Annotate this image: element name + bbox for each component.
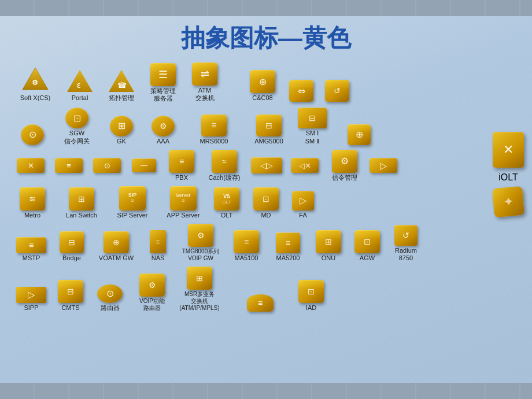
icon-item-cache: ≈ Cach(缓存) [201,149,247,183]
icon-item-flat4: — [126,157,162,173]
icon-item-voatm-gw: ⊕ VOATM GW [93,230,140,263]
icon-item-onu: ⊞ ONU [309,229,348,263]
icon-item-flat7: ▷ [365,157,401,174]
box-r2-icon: ⊕ [348,124,371,145]
agw-label: AGW [360,254,375,262]
flat5-icon: ◁▷ [251,157,282,173]
metro-icon: ≋ [20,187,45,210]
brick-border-bottom [0,383,532,399]
icon-item-msr: ⊞ MSR多业务 交换机 (ATM/IP/MPLS) [175,265,224,313]
icon-item-agw: ⊡ AGW [348,229,386,263]
r1-cube1-icon: ⇔ [289,80,313,102]
bridge-icon: ⊟ [60,231,84,253]
icon-item-tmg8000: ⚙ TMG8000系列 VOIP GW [176,223,226,263]
icon-item-metro: ≋ Metro [12,186,53,220]
icon-item-cmts: ⊟ CMTS [51,279,90,313]
cnc08-label: C&C08 [252,94,272,102]
icon-item-amg5000: ⊟ AMG5000 [246,113,291,146]
icon-item-flat2: ≡ [50,157,88,174]
icon-item-flat1: ✕ [12,157,50,174]
icon-item-portal: ε Portal [59,68,101,103]
r1-cube2-icon: ↺ [325,80,349,102]
sm-icon: ⊟ [298,108,327,128]
aaa-icon: ⚙ [152,116,175,136]
sgw-icon: ⊡ [65,108,88,128]
radium-label: Radium 8750 [395,247,417,262]
cmts-icon: ⊟ [58,280,83,303]
icon-row-1: ⚙ Soft X(CS) ε Portal ☎ 拓扑管理 [12,61,520,103]
msr-icon: ⊞ [187,267,212,290]
icon-item-sgw: ⊡ SGW 信令网关 [53,106,101,146]
flat6-icon: ◁✕ [291,158,319,173]
gk-icon: ⊞ [110,116,133,136]
aaa-label: AAA [157,138,169,145]
app-server-label: APP Server [167,212,200,219]
cache-icon: ≈ [212,150,237,173]
icon-item-bridge: ⊟ Bridge [51,230,93,263]
olt-icon: V5 OLT [214,187,239,210]
icon-item-iad: ⊡ IAD [291,279,331,313]
cmts-label: CMTS [61,304,79,312]
icon-item-topo: ☎ 拓扑管理 [101,68,142,103]
voatm-gw-icon: ⊕ [104,231,129,253]
circle1-icon: ⊙ [21,124,44,145]
voatm-gw-label: VOATM GW [99,254,134,262]
portal-label: Portal [72,94,88,102]
radium-icon: ↺ [394,225,418,246]
bridge-label: Bridge [62,254,81,262]
iolt-label: iOLT [498,172,518,183]
icon-item-cnc08: ⊕ C&C08 [242,69,283,103]
pbx-label: PBX [175,174,188,182]
flat4-icon: — [132,158,156,172]
voip-gw-label: VOIP功能 路由器 [139,298,165,312]
sigcmd-label: 信令管理 [332,174,357,182]
gk-label: GK [117,138,126,145]
crumpled-icon: ✦ [492,186,524,217]
brick-border-top [0,0,532,16]
svg-text:⚙: ⚙ [32,79,38,87]
router-icon: ⊙ [97,285,123,303]
icon-item-sipp: ▷ SIPP [12,286,51,313]
mstp-label: MSTP [23,254,40,262]
icon-item-router: ⊙ 路由器 [90,283,130,313]
icon-item-ma5200: ≡ MA5200 [267,231,309,263]
sm-label: SM Ⅰ SM Ⅱ [305,130,320,145]
agw-icon: ⊡ [354,230,380,253]
icon-item-sigcmd: ⚙ 信令管理 [324,149,365,183]
icon-item-mrs6000: ≡ MRS6000 [193,113,235,146]
sip-server-icon: SIP ≡ [119,186,146,210]
soft-x-icon: ⚙ [21,66,49,93]
cyl2-icon: ≡ [247,294,274,312]
amg5000-icon: ⊟ [256,114,282,136]
router-label: 路由器 [101,304,120,312]
soft-x-label: Soft X(CS) [20,94,51,102]
flat1-icon: ✕ [17,158,45,173]
icon-item-flat5: ◁▷ [247,156,286,175]
sip-server-label: SIP Server [117,212,148,219]
atm-icon: ⇌ [192,62,217,86]
icon-item-box-r2: ⊕ [341,123,377,146]
icon-item-nas: ≡ NAS [140,229,176,263]
icon-item-flat3: ⊙ [88,157,126,174]
tmg8000-label: TMG8000系列 VOIP GW [182,248,219,262]
nas-label: NAS [152,254,165,262]
mstp-icon: ≡ [16,237,46,253]
olt-label: OLT [221,212,233,219]
icon-item-mstp: ≡ MSTP [12,236,51,263]
icon-row-5: ≡ MSTP ⊟ Bridge ⊕ VOATM GW ≡ NAS ⚙ TMG80… [12,223,520,263]
svg-text:☎: ☎ [117,81,127,90]
icon-item-cyl2: ≡ [241,293,280,313]
policy-label: 策略管理 服务器 [150,87,176,102]
sipp-icon: ▷ [16,287,46,303]
main-content: 抽象图标—黄色 ⚙ Soft X(CS) ε Portal [0,16,532,383]
flat2-icon: ≡ [55,158,83,173]
topo-icon: ☎ [108,69,135,93]
iolt-container: ✕ iOLT ✦ [493,132,524,216]
onu-icon: ⊞ [316,230,341,253]
mrs6000-label: MRS6000 [200,138,228,145]
nas-icon: ≡ [150,230,166,253]
cache-label: Cach(缓存) [208,174,240,182]
icon-item-md: ⊡ MD [246,186,286,220]
fa-label: FA [299,212,306,219]
voip-gw-icon: ⚙ [139,274,165,297]
